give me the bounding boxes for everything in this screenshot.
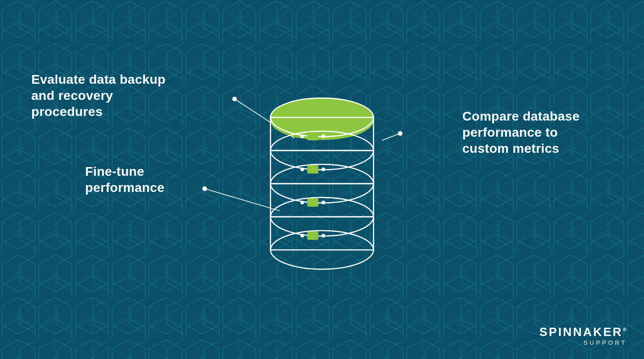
main-content: Evaluate data backup and recovery proced… (0, 0, 644, 359)
svg-rect-33 (270, 217, 374, 250)
svg-rect-25 (307, 165, 318, 174)
logo-tagline: SUPPORT (584, 339, 627, 346)
svg-point-22 (322, 134, 325, 138)
svg-point-14 (398, 131, 402, 136)
svg-point-10 (232, 97, 237, 101)
backup-label: Evaluate data backup and recovery proced… (31, 71, 188, 120)
logo-brand: SPINNAKER® (540, 325, 628, 339)
svg-point-26 (300, 168, 304, 171)
svg-rect-23 (270, 151, 374, 184)
compare-label: Compare database performance to custom m… (462, 108, 600, 156)
svg-point-32 (322, 201, 325, 204)
svg-point-31 (300, 201, 304, 204)
svg-point-21 (300, 134, 304, 138)
svg-rect-20 (307, 132, 318, 140)
svg-rect-35 (307, 232, 318, 240)
database-illustration (253, 87, 391, 272)
svg-point-27 (322, 168, 325, 171)
spinnaker-logo: SPINNAKER® SUPPORT (540, 325, 628, 346)
svg-point-37 (322, 234, 325, 237)
svg-rect-30 (307, 198, 318, 207)
finetune-label: Fine-tune performance (85, 163, 205, 196)
svg-rect-28 (270, 184, 374, 217)
svg-point-36 (300, 234, 304, 237)
